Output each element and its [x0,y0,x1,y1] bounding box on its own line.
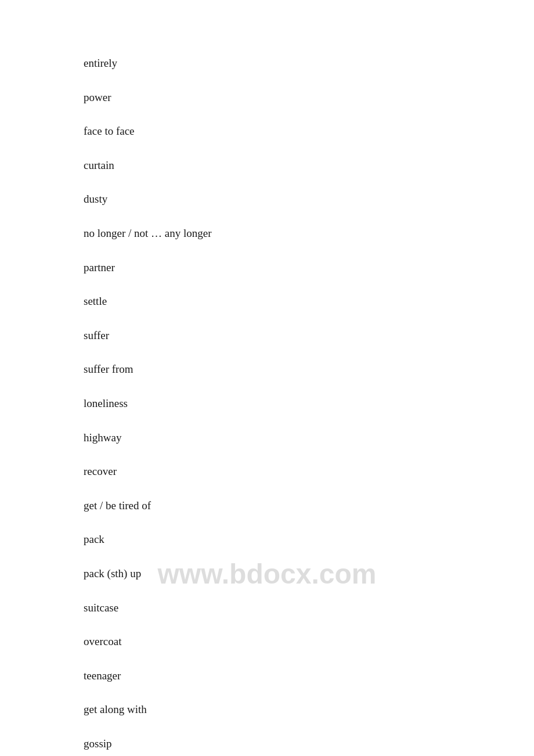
word-item-suffer-from: suffer from [84,352,534,387]
word-item-highway: highway [84,421,534,455]
word-item-partner: partner [84,251,534,285]
word-item-get-along-with: get along with [84,693,534,727]
word-item-pack-sth-up: pack (sth) up [84,557,534,591]
word-item-entirely: entirely [84,46,534,81]
word-item-no-longer: no longer / not … any longer [84,217,534,251]
word-item-recover: recover [84,455,534,489]
word-item-face-to-face: face to face [84,114,534,149]
word-list: entirelypowerface to facecurtaindustyno … [0,0,534,756]
word-item-dusty: dusty [84,182,534,217]
word-item-loneliness: loneliness [84,387,534,421]
word-item-overcoat: overcoat [84,625,534,659]
word-item-teenager: teenager [84,659,534,693]
word-item-suffer: suffer [84,319,534,353]
word-item-get-be-tired-of: get / be tired of [84,489,534,523]
word-item-settle: settle [84,285,534,319]
word-item-curtain: curtain [84,149,534,183]
word-item-power: power [84,81,534,115]
word-item-gossip: gossip [84,727,534,756]
word-item-pack: pack [84,523,534,557]
word-item-suitcase: suitcase [84,591,534,625]
